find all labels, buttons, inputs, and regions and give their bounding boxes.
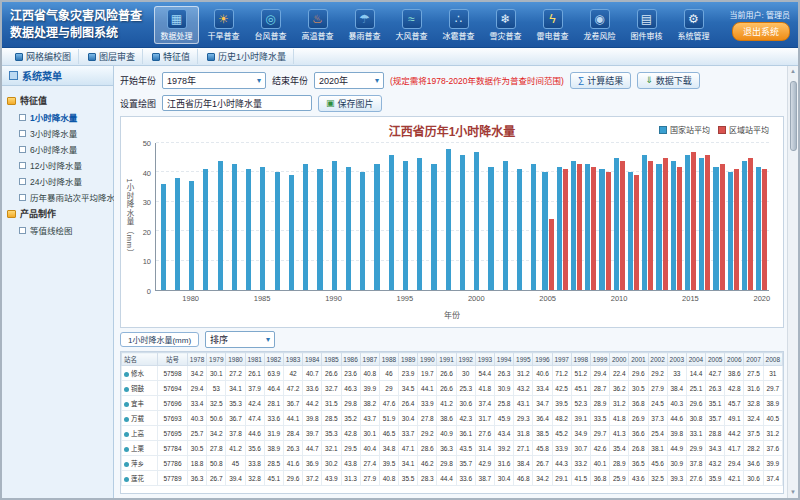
calculate-button[interactable]: ∑ 计算结果 (570, 72, 631, 89)
scrollbar-thumb[interactable] (790, 81, 797, 151)
menubar-item[interactable]: 特征值 (145, 49, 198, 64)
y-tick-label: 30 (143, 198, 151, 207)
tree-item[interactable]: 24小时降水量 (5, 173, 110, 189)
menubar-item[interactable]: 网格编校图 (8, 49, 79, 64)
col-station-id[interactable]: 站号 (158, 353, 188, 366)
col-year[interactable]: 1978 (188, 353, 207, 366)
col-year[interactable]: 1997 (552, 353, 571, 366)
table-row[interactable]: 宜丰5769633.432.535.342.428.136.744.231.52… (122, 396, 783, 411)
col-year[interactable]: 2002 (648, 353, 667, 366)
vertical-scrollbar[interactable]: ▲ ▼ (787, 66, 798, 498)
save-image-button[interactable]: ▣ 保存图片 (318, 95, 382, 112)
nav-item-data-processing[interactable]: ▦数据处理 (154, 6, 199, 44)
col-year[interactable]: 2008 (763, 353, 782, 366)
col-year[interactable]: 1995 (514, 353, 533, 366)
col-year[interactable]: 1987 (360, 353, 379, 366)
nav-item-heat[interactable]: ♨高温普查 (295, 6, 340, 44)
col-year[interactable]: 1984 (303, 353, 322, 366)
download-button[interactable]: ⇓ 数据下载 (637, 72, 700, 89)
nav-item-drought[interactable]: ☀干旱普查 (201, 6, 246, 44)
menubar-item[interactable]: 图层审查 (81, 49, 143, 64)
value-cell: 31.6 (744, 381, 763, 396)
value-cell: 35.6 (245, 441, 264, 456)
tree-item[interactable]: 12小时降水量 (5, 157, 110, 173)
station-id-cell: 57694 (158, 381, 188, 396)
value-cell: 34.9 (571, 426, 590, 441)
nav-item-map-review[interactable]: ▤图件审核 (624, 6, 669, 44)
bar-national-avg (275, 172, 280, 290)
nav-item-wind[interactable]: ≈大风普查 (389, 6, 434, 44)
col-year[interactable]: 1998 (571, 353, 590, 366)
value-cell: 27.8 (418, 411, 437, 426)
tree-item[interactable]: 等值线绘图 (5, 222, 110, 238)
value-cell: 33.6 (303, 381, 322, 396)
col-year[interactable]: 2007 (744, 353, 763, 366)
chart-title-input[interactable] (162, 95, 312, 111)
tree-item[interactable]: 1小时降水量 (5, 109, 110, 125)
start-year-select[interactable]: 1978年 ▾ (162, 72, 266, 89)
col-year[interactable]: 2000 (610, 353, 629, 366)
value-cell: 29.1 (552, 471, 571, 486)
nav-item-rainstorm[interactable]: ☂暴雨普查 (342, 6, 387, 44)
bar-regional-avg (691, 152, 696, 290)
table-row[interactable]: 铜鼓5769429.45334.137.946.447.233.632.746.… (122, 381, 783, 396)
tornado-icon: ◉ (590, 9, 610, 29)
nav-item-lightning[interactable]: ϟ雷电普查 (530, 6, 575, 44)
current-user-label: 当前用户: 管理员 (730, 9, 790, 20)
col-year[interactable]: 1990 (418, 353, 437, 366)
col-year[interactable]: 1980 (226, 353, 245, 366)
col-year[interactable]: 1989 (399, 353, 418, 366)
col-year[interactable]: 1982 (264, 353, 283, 366)
col-year[interactable]: 1992 (456, 353, 475, 366)
col-station-name[interactable]: 站名 (122, 353, 158, 366)
table-row[interactable]: 上高5769525.734.237.844.631.928.439.735.34… (122, 426, 783, 441)
col-year[interactable]: 1999 (590, 353, 609, 366)
col-year[interactable]: 2005 (706, 353, 725, 366)
table-row[interactable]: 莲花5778936.326.739.432.845.129.637.243.93… (122, 471, 783, 486)
value-cell: 33.5 (590, 411, 609, 426)
metric-button[interactable]: 1小时降水量(mm) (120, 332, 199, 347)
station-name-cell: 修水 (122, 366, 158, 381)
nav-item-typhoon[interactable]: ◎台风普查 (248, 6, 293, 44)
sort-select[interactable]: 排序 ▾ (205, 331, 275, 348)
nav-item-system-settings[interactable]: ⚙系统管理 (671, 6, 716, 44)
col-year[interactable]: 1988 (379, 353, 398, 366)
col-year[interactable]: 1986 (341, 353, 360, 366)
tree-folder[interactable]: 产品制作 (5, 205, 110, 222)
table-row[interactable]: 万载5769340.350.636.747.433.644.139.828.53… (122, 411, 783, 426)
nav-item-tornado[interactable]: ◉龙卷风险 (577, 6, 622, 44)
tree-item[interactable]: 3小时降水量 (5, 125, 110, 141)
col-year[interactable]: 1983 (283, 353, 302, 366)
value-cell: 41.2 (226, 441, 245, 456)
menubar-item[interactable]: 历史1小时降水量 (200, 49, 294, 64)
nav-item-snow[interactable]: ❄雪灾普查 (483, 6, 528, 44)
col-year[interactable]: 2001 (629, 353, 648, 366)
col-year[interactable]: 2003 (667, 353, 686, 366)
col-year[interactable]: 1981 (245, 353, 264, 366)
value-cell: 33.4 (188, 396, 207, 411)
col-year[interactable]: 2004 (686, 353, 705, 366)
value-cell: 44.2 (725, 426, 744, 441)
col-year[interactable]: 1996 (533, 353, 552, 366)
y-tick-label: 50 (143, 139, 151, 148)
table-row[interactable]: 萍乡5778618.850.84533.828.541.636.930.243.… (122, 456, 783, 471)
col-year[interactable]: 1993 (475, 353, 494, 366)
tree-item[interactable]: 6小时降水量 (5, 141, 110, 157)
col-year[interactable]: 1979 (207, 353, 226, 366)
tree-item[interactable]: 历年暴雨站次平均降水量 (5, 189, 110, 205)
table-row[interactable]: 修水5759834.230.127.226.163.94240.726.623.… (122, 366, 783, 381)
col-year[interactable]: 1985 (322, 353, 341, 366)
col-year[interactable]: 1994 (495, 353, 514, 366)
tree-folder[interactable]: 特征值 (5, 92, 110, 109)
scroll-down-icon[interactable]: ▼ (790, 487, 796, 498)
value-cell: 32.5 (207, 396, 226, 411)
col-year[interactable]: 1991 (437, 353, 456, 366)
col-year[interactable]: 2006 (725, 353, 744, 366)
logout-button[interactable]: 退出系统 (732, 22, 790, 41)
nav-item-hail[interactable]: ∴冰雹普查 (436, 6, 481, 44)
value-cell: 39.8 (303, 411, 322, 426)
scroll-up-icon[interactable]: ▲ (790, 66, 796, 77)
end-year-select[interactable]: 2020年 ▾ (314, 72, 384, 89)
table-row[interactable]: 上栗5778430.527.841.235.638.926.344.732.12… (122, 441, 783, 456)
table-controls: 1小时降水量(mm) 排序 ▾ (120, 331, 784, 348)
